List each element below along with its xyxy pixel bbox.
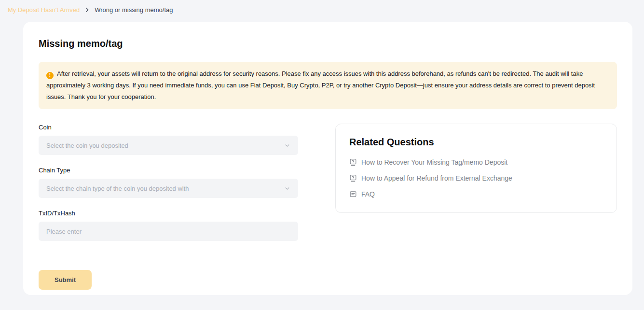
related-question-label: FAQ [361,190,375,198]
notice-banner: !After retrieval, your assets will retur… [39,62,617,109]
related-question-link-1[interactable]: How to Recover Your Missing Tag/memo Dep… [349,158,603,166]
breadcrumb-current: Wrong or missing memo/tag [95,6,173,14]
coin-select-placeholder: Select the coin you deposited [46,142,128,149]
coin-label: Coin [39,124,298,131]
chevron-down-icon [284,185,290,192]
submit-button[interactable]: Submit [39,270,92,290]
chevron-right-icon [84,7,90,13]
chain-type-select-placeholder: Select the chain type of the coin you de… [46,185,189,192]
article-question-icon [349,174,357,182]
related-question-label: How to Recover Your Missing Tag/memo Dep… [361,158,507,166]
support-page: My Deposit Hasn't Arrived Wrong or missi… [0,0,644,295]
txid-input[interactable] [39,222,298,241]
related-question-link-2[interactable]: How to Appeal for Refund from External E… [349,174,603,182]
coin-select[interactable]: Select the coin you deposited [39,136,298,155]
article-question-icon [349,158,357,166]
txid-label: TxID/TxHash [39,210,298,217]
chain-type-label: Chain Type [39,167,298,174]
warning-icon: ! [46,72,54,79]
breadcrumb-parent-link[interactable]: My Deposit Hasn't Arrived [8,6,80,14]
chevron-down-icon [284,142,290,149]
page-title: Missing memo/tag [39,38,617,49]
related-questions-title: Related Questions [349,137,603,148]
notice-text: After retrieval, your assets will return… [46,70,595,100]
related-question-label: How to Appeal for Refund from External E… [361,174,512,182]
faq-list-icon [349,190,357,198]
breadcrumb: My Deposit Hasn't Arrived Wrong or missi… [0,0,644,18]
chain-type-select[interactable]: Select the chain type of the coin you de… [39,179,298,198]
related-questions-panel: Related Questions How to Recover Your Mi… [335,124,617,213]
deposit-recovery-form: Coin Select the coin you deposited Chain… [39,124,298,290]
related-question-link-3[interactable]: FAQ [349,190,603,198]
content-card: Missing memo/tag !After retrieval, your … [23,22,632,295]
